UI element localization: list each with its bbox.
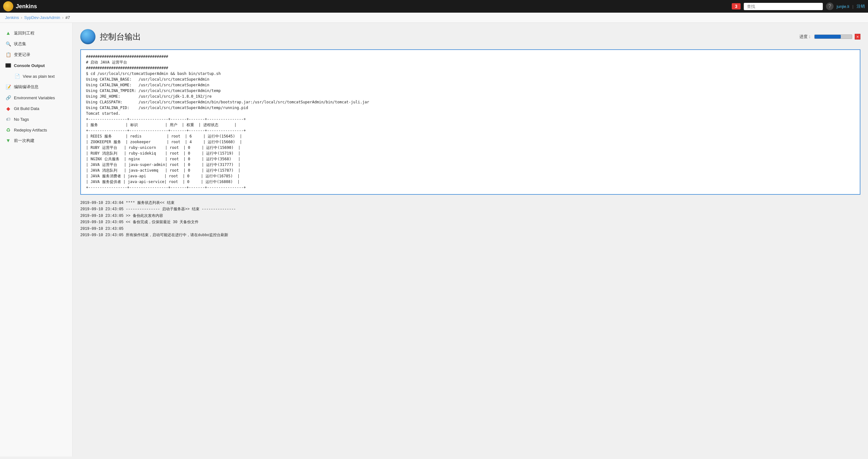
- main-layout: ▲ 返回到工程 🔍 状态集 📋 变更记录 Console Output 📄 Vi…: [0, 23, 868, 456]
- sidebar-item-no-tags[interactable]: 🏷 No Tags: [0, 114, 72, 125]
- sidebar-label-console-output: Console Output: [14, 63, 45, 68]
- arrow-up-icon: ▲: [5, 30, 11, 36]
- help-icon[interactable]: ?: [826, 3, 834, 10]
- page-title-row: 控制台输出 进度： ✕: [80, 29, 860, 44]
- redeploy-icon: ♻: [5, 127, 11, 133]
- breadcrumb-sep1: ›: [21, 15, 22, 20]
- page-title-icon: [80, 29, 95, 44]
- below-console-line: 2019-09-10 23:43:04 **** 服务状态列表<< 结束: [80, 200, 860, 206]
- changes-icon: 📋: [5, 52, 11, 58]
- breadcrumb-build: #7: [65, 15, 70, 20]
- page-title: 控制台输出: [100, 31, 141, 42]
- prev-build-icon: ▼: [5, 137, 11, 144]
- magnify-icon: 🔍: [5, 41, 11, 47]
- sidebar-item-view-plain-text[interactable]: 📄 View as plain text: [0, 71, 72, 82]
- svg-rect-1: [6, 64, 10, 67]
- sidebar: ▲ 返回到工程 🔍 状态集 📋 变更记录 Console Output 📄 Vi…: [0, 23, 73, 456]
- below-console-line: 2019-09-10 23:43:05 << 备份完成，仅保留最近 30 天备份…: [80, 219, 860, 225]
- console-output-box: #################################### # 启…: [80, 49, 860, 195]
- jenkins-logo[interactable]: Jenkins: [3, 1, 37, 11]
- progress-bar-fill: [814, 35, 841, 38]
- sidebar-item-back-to-project[interactable]: ▲ 返回到工程: [0, 28, 72, 38]
- user-name[interactable]: junjie.li: [837, 4, 849, 9]
- sidebar-label-redeploy: Redeploy Artifacts: [14, 128, 47, 132]
- jenkins-logo-icon: [3, 1, 13, 11]
- console-icon: [5, 62, 11, 69]
- sidebar-item-console-output[interactable]: Console Output: [0, 60, 72, 71]
- logout-link[interactable]: 注销: [857, 3, 865, 9]
- below-console-line: 2019-09-10 23:43:05: [80, 226, 860, 232]
- edit-icon: 📝: [5, 84, 11, 90]
- stop-build-button[interactable]: ✕: [855, 34, 860, 39]
- breadcrumb: Jenkins › SypDev-JavaAdmin › #7: [0, 13, 868, 23]
- sidebar-label-view-plain-text: View as plain text: [23, 74, 55, 79]
- sidebar-item-redeploy[interactable]: ♻ Redeploy Artifacts: [0, 125, 72, 135]
- sidebar-label-env-vars: Environment Variables: [14, 95, 55, 100]
- notification-badge[interactable]: 3: [732, 3, 741, 9]
- console-text: #################################### # 启…: [81, 50, 860, 194]
- sidebar-label-prev-build: 前一次构建: [14, 138, 34, 144]
- topbar: Jenkins 3 ? junjie.li | 注销: [0, 0, 868, 13]
- sidebar-label-no-tags: No Tags: [14, 117, 29, 122]
- below-console: 2019-09-10 23:43:04 **** 服务状态列表<< 结束2019…: [80, 200, 860, 238]
- progress-bar: [814, 34, 852, 39]
- sidebar-item-prev-build[interactable]: ▼ 前一次构建: [0, 135, 72, 146]
- sidebar-item-env-vars[interactable]: 🔗 Environment Variables: [0, 92, 72, 103]
- breadcrumb-jenkins[interactable]: Jenkins: [5, 15, 19, 20]
- sidebar-label-changes: 变更记录: [14, 52, 30, 58]
- tag-icon: 🏷: [5, 116, 11, 122]
- content-area: 控制台输出 进度： ✕ ############################…: [73, 23, 868, 456]
- topbar-separator: |: [852, 4, 854, 9]
- progress-label: 进度：: [799, 34, 812, 39]
- progress-area: 进度： ✕: [799, 34, 860, 39]
- breadcrumb-sep2: ›: [62, 15, 64, 20]
- sidebar-item-status[interactable]: 🔍 状态集: [0, 38, 72, 49]
- sidebar-label-status: 状态集: [14, 41, 26, 47]
- doc-icon: 📄: [14, 73, 20, 79]
- sidebar-item-changes[interactable]: 📋 变更记录: [0, 49, 72, 60]
- breadcrumb-project[interactable]: SypDev-JavaAdmin: [24, 15, 60, 20]
- jenkins-logo-text: Jenkins: [16, 3, 37, 10]
- sidebar-label-edit-build-info: 编辑编译信息: [14, 84, 38, 90]
- below-console-lines: 2019-09-10 23:43:04 **** 服务状态列表<< 结束2019…: [80, 200, 860, 238]
- below-console-line: 2019-09-10 23:43:05 >> 备份此次发布内容: [80, 213, 860, 219]
- below-console-line: 2019-09-10 23:43:05 所有操作结束，启动可能还在进行中，请在d…: [80, 232, 860, 238]
- sidebar-item-edit-build-info[interactable]: 📝 编辑编译信息: [0, 82, 72, 92]
- env-icon: 🔗: [5, 94, 11, 101]
- sidebar-label-git-build-data: Git Build Data: [14, 106, 39, 111]
- below-console-line: 2019-09-10 23:43:05 --------------- 启动子服…: [80, 206, 860, 212]
- page-title-area: 控制台输出: [80, 29, 141, 44]
- sidebar-item-git-build-data[interactable]: ◆ Git Build Data: [0, 103, 72, 114]
- search-input[interactable]: [744, 3, 823, 10]
- sidebar-label-back-to-project: 返回到工程: [14, 30, 34, 36]
- git-icon: ◆: [5, 105, 11, 112]
